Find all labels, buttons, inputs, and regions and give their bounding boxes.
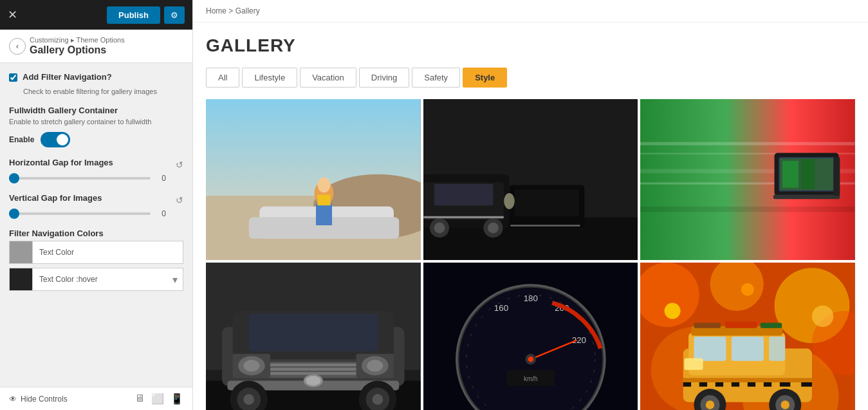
filter-nav-colors-title: Filter Navigation Colors	[9, 228, 183, 238]
vertical-gap-slider[interactable]	[9, 212, 151, 215]
svg-rect-88	[732, 337, 764, 361]
svg-point-17	[488, 223, 499, 234]
svg-rect-87	[694, 337, 726, 361]
gallery-item-3[interactable]	[640, 99, 855, 260]
svg-point-60	[306, 376, 320, 386]
filter-nav-checkbox[interactable]	[9, 73, 17, 82]
svg-rect-103	[692, 382, 700, 387]
svg-rect-43	[263, 364, 364, 366]
svg-rect-104	[699, 382, 708, 387]
breadcrumb-path: Customizing ▸ Theme Options	[30, 36, 125, 44]
svg-rect-110	[748, 382, 756, 387]
svg-rect-13	[434, 184, 493, 205]
fullwidth-toggle[interactable]	[41, 132, 70, 147]
vertical-gap-value: 0	[156, 209, 166, 218]
gallery-item-5[interactable]: 160 180 200 220 km/h	[423, 263, 638, 410]
filter-nav-colors-section: Filter Navigation Colors Text Color Text…	[9, 228, 183, 291]
theme-options-link[interactable]: Theme Options	[76, 36, 124, 44]
svg-text:180: 180	[523, 294, 537, 303]
bottom-bar: 👁 Hide Controls 🖥 ⬜ 📱	[0, 387, 192, 410]
customizing-link[interactable]: Customizing	[30, 36, 69, 44]
svg-rect-8	[318, 194, 331, 205]
gallery-item-4[interactable]	[206, 263, 421, 410]
svg-rect-91	[694, 323, 721, 328]
panel-content: Add Filter Navigation? Check to enable f…	[0, 63, 192, 387]
close-button[interactable]: ✕	[8, 8, 17, 22]
text-color-hover-label: Text Color :hover	[33, 275, 172, 284]
gear-button[interactable]: ⚙	[164, 6, 185, 24]
filter-nav-label: Add Filter Navigation?	[23, 72, 112, 82]
device-icons: 🖥 ⬜ 📱	[134, 393, 183, 405]
gallery-item-2[interactable]	[423, 99, 638, 260]
svg-rect-89	[770, 337, 786, 361]
preview-breadcrumb-arrow2: >	[228, 6, 233, 15]
svg-point-7	[318, 178, 331, 192]
gallery-item-1[interactable]	[206, 99, 421, 260]
left-panel: ✕ Publish ⚙ ‹ Customizing ▸ Theme Option…	[0, 0, 193, 410]
tablet-icon[interactable]: ⬜	[151, 393, 164, 405]
svg-rect-105	[708, 382, 716, 387]
horizontal-gap-value: 0	[156, 174, 166, 183]
filter-nav-description: Check to enable filtering for gallery im…	[23, 87, 183, 97]
desktop-icon[interactable]: 🖥	[134, 393, 145, 405]
svg-rect-100	[685, 359, 703, 370]
hide-controls-btn[interactable]: 👁 Hide Controls	[9, 395, 68, 404]
horizontal-reset-icon[interactable]: ↺	[176, 160, 183, 170]
horizontal-gap-section: Horizontal Gap for Images ↺ 0	[9, 158, 183, 183]
back-button[interactable]: ‹	[9, 38, 26, 55]
tab-lifestyle[interactable]: Lifestyle	[242, 68, 297, 88]
svg-rect-114	[780, 382, 791, 387]
vertical-reset-icon[interactable]: ↺	[176, 195, 183, 205]
preview-breadcrumb: Home > Gallery	[193, 0, 868, 23]
svg-rect-111	[756, 382, 764, 387]
preview-home-link[interactable]: Home	[206, 6, 226, 15]
svg-point-58	[373, 395, 383, 405]
text-color-label: Text Color	[33, 248, 183, 257]
horizontal-gap-slider[interactable]	[9, 177, 151, 180]
gallery-title: GALLERY	[206, 35, 855, 56]
mobile-icon[interactable]: 📱	[171, 393, 183, 405]
gallery-grid: 160 180 200 220 km/h	[206, 99, 855, 410]
svg-rect-113	[772, 382, 780, 387]
svg-rect-93	[761, 323, 782, 328]
tab-all[interactable]: All	[206, 68, 239, 88]
dropdown-arrow: ▾	[172, 274, 183, 286]
vertical-gap-header: Vertical Gap for Images ↺	[9, 193, 183, 207]
svg-point-20	[504, 193, 515, 209]
svg-point-83	[741, 283, 754, 296]
text-color-swatch	[10, 241, 33, 263]
tab-driving[interactable]: Driving	[359, 68, 409, 88]
preview-page-link[interactable]: Gallery	[235, 6, 260, 15]
hide-controls-label: Hide Controls	[21, 395, 68, 404]
svg-point-55	[243, 395, 254, 405]
breadcrumb-bar: ‹ Customizing ▸ Theme Options Gallery Op…	[0, 30, 192, 63]
text-color-row[interactable]: Text Color	[9, 241, 183, 264]
svg-point-84	[812, 306, 833, 327]
publish-area: Publish ⚙	[107, 6, 185, 24]
svg-text:160: 160	[494, 303, 508, 313]
svg-rect-101	[683, 378, 812, 383]
tab-safety[interactable]: Safety	[412, 68, 460, 88]
svg-point-71	[528, 357, 533, 362]
svg-rect-32	[782, 161, 799, 188]
breadcrumb-info: Customizing ▸ Theme Options Gallery Opti…	[30, 36, 125, 56]
toggle-row: Enable	[9, 132, 183, 147]
right-panel: Home > Gallery GALLERY All Lifestyle Vac…	[193, 0, 868, 410]
svg-rect-107	[724, 382, 732, 387]
svg-rect-92	[725, 322, 757, 328]
filter-nav-checkbox-row: Add Filter Navigation?	[9, 72, 183, 82]
fullwidth-desc: Enable to stretch gallery container to f…	[9, 118, 183, 126]
vertical-gap-label: Vertical Gap for Images	[9, 193, 102, 203]
svg-rect-108	[732, 382, 740, 387]
eye-icon: 👁	[9, 395, 17, 404]
tab-style[interactable]: Style	[463, 68, 507, 88]
publish-button[interactable]: Publish	[107, 6, 160, 24]
preview-content: GALLERY All Lifestyle Vacation Driving S…	[193, 23, 868, 410]
text-color-hover-row[interactable]: Text Color :hover ▾	[9, 268, 183, 291]
tab-vacation[interactable]: Vacation	[300, 68, 356, 88]
panel-title: Gallery Options	[30, 44, 125, 56]
svg-point-96	[706, 401, 714, 409]
svg-rect-22	[510, 225, 580, 227]
gallery-item-6[interactable]	[640, 263, 855, 410]
svg-point-99	[781, 401, 790, 409]
